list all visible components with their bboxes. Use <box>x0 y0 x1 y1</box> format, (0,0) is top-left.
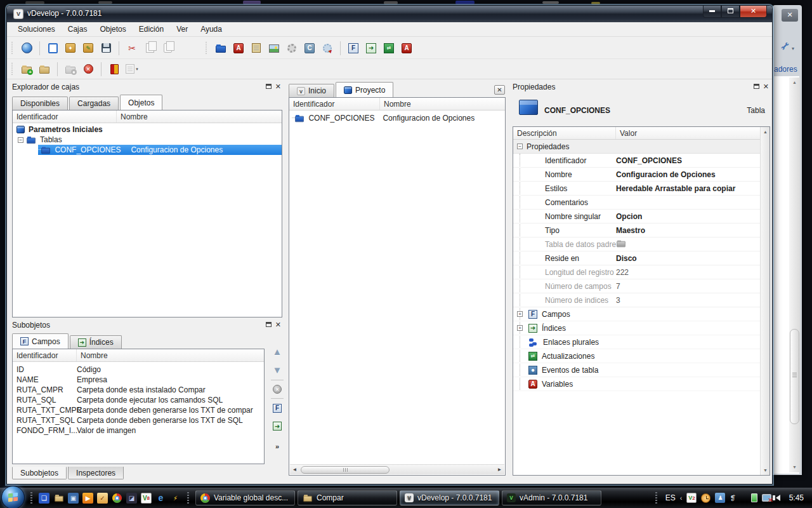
open-button[interactable]: ✦ <box>62 40 79 57</box>
column-header-identificador[interactable]: Identificador <box>13 349 77 361</box>
column-header-identificador[interactable]: Identificador <box>289 98 380 110</box>
field-row[interactable]: RUTA_CMPRCarpeta donde esta instalado Co… <box>13 385 264 395</box>
save-button[interactable] <box>97 40 115 57</box>
volume-icon[interactable] <box>776 495 780 501</box>
menu-soluciones[interactable]: Soluciones <box>12 23 61 36</box>
new-wizard-button[interactable] <box>318 40 336 57</box>
move-up-button[interactable]: ▲ <box>273 346 282 357</box>
diary-button[interactable] <box>105 61 123 77</box>
column-header-descripcion[interactable]: Descripción <box>513 127 616 139</box>
taskbar-grip[interactable] <box>655 492 657 504</box>
wireless-icon[interactable]: ❡ <box>730 494 735 502</box>
field-row[interactable]: RUTA_TXT_SQLCarpeta donde deben generars… <box>13 415 264 425</box>
collapse-toolbar-button[interactable]: » <box>275 442 279 451</box>
property-row[interactable]: NombreConfiguracion de Opciones <box>513 168 760 182</box>
toolbar-grip[interactable] <box>206 42 209 55</box>
property-row[interactable]: Tabla de datos padre <box>513 237 760 251</box>
taskbar-button-variable-global[interactable]: Variable global desc... <box>195 490 295 505</box>
velneo-icon[interactable]: V8 <box>141 493 152 504</box>
properties-group-row[interactable]: − Propiedades <box>513 140 760 154</box>
property-row[interactable]: TipoMaestro <box>513 224 760 237</box>
expand-expander-icon[interactable]: + <box>517 325 523 331</box>
scrollbar-thumb[interactable] <box>790 329 799 424</box>
bookmark-link[interactable]: adores <box>774 65 797 74</box>
internet-explorer-icon[interactable]: e <box>155 493 166 504</box>
taskbar-button-vadmin[interactable]: v vAdmin - 7.0.0.7181 <box>502 490 601 505</box>
scroll-down-icon[interactable]: ▼ <box>789 462 800 472</box>
taskbar-grip[interactable] <box>30 492 32 504</box>
tab-indices[interactable]: ➜ Índices <box>70 335 122 349</box>
cut-button[interactable]: ✂ <box>123 40 141 57</box>
new-button[interactable] <box>44 40 62 57</box>
float-panel-icon[interactable] <box>266 84 272 89</box>
new-image-button[interactable] <box>265 40 283 57</box>
collapse-expander-icon[interactable]: − <box>517 144 523 149</box>
close-panel-icon[interactable]: ✕ <box>275 321 281 328</box>
sync-clock-icon[interactable] <box>701 493 710 503</box>
clock[interactable]: 5:45 <box>789 493 804 502</box>
new-class-button[interactable]: C <box>301 40 318 57</box>
new-global-variable-button[interactable]: A <box>230 40 247 57</box>
scroll-left-icon[interactable]: ◄ <box>290 465 299 475</box>
new-field-button[interactable]: F <box>344 40 362 57</box>
property-row[interactable]: Número de indices3 <box>513 293 760 307</box>
menu-cajas[interactable]: Cajas <box>62 23 93 36</box>
tree-row-conf-opciones-selected[interactable]: ┈ CONF_OPCIONES Configuracion de Opcione… <box>38 145 282 155</box>
column-header-nombre[interactable]: Nombre <box>117 110 282 123</box>
new-form-button[interactable] <box>247 40 265 57</box>
title-bar[interactable]: v vDevelop - 7.0.0.7181 ✕ <box>7 6 772 22</box>
close-panel-icon[interactable]: ✕ <box>763 83 769 90</box>
new-update-button[interactable]: ⇄ <box>380 40 398 57</box>
language-indicator[interactable]: ES <box>665 493 676 502</box>
field-row[interactable]: NAMEEmpresa <box>13 375 264 385</box>
chrome-icon[interactable] <box>112 493 122 504</box>
toolbar-grip[interactable] <box>11 42 15 55</box>
scroll-down-icon[interactable]: ▼ <box>761 465 770 475</box>
organizer-icon[interactable]: ✓ <box>97 493 108 504</box>
section-variables[interactable]: A Variables <box>513 377 760 391</box>
menu-ayuda[interactable]: Ayuda <box>195 23 228 36</box>
tree-row-tablas[interactable]: − Tablas <box>13 135 282 145</box>
bottom-tab-inspectores[interactable]: Inspectores <box>68 467 124 479</box>
taskbar-grip[interactable] <box>187 492 189 504</box>
new-process-button[interactable] <box>283 40 301 57</box>
velneo-tray-icon[interactable]: V2 <box>686 493 697 503</box>
new-table-button[interactable] <box>212 40 230 57</box>
tab-campos[interactable]: F Campos <box>12 333 69 349</box>
tray-chevron-icon[interactable]: ‹ <box>680 494 683 502</box>
scrollbar-thumb[interactable] <box>301 466 390 474</box>
connect-button[interactable] <box>18 40 36 57</box>
column-header-nombre[interactable]: Nombre <box>380 98 505 110</box>
photoshop-icon[interactable]: ◪ <box>126 493 137 504</box>
workspace-row-conf-opciones[interactable]: ┈ CONF_OPCIONES Configuracion de Opcione… <box>289 113 505 123</box>
new-table-variable-button[interactable]: A <box>398 40 416 57</box>
menu-edicion[interactable]: Edición <box>133 23 169 36</box>
field-row[interactable]: FONDO_FRM_I...Valor de imangen <box>13 425 264 436</box>
messenger-icon[interactable]: ♟︎ <box>715 493 725 503</box>
taskbar-button-compar[interactable]: Compar <box>298 490 397 505</box>
scroll-up-icon[interactable]: ▲ <box>761 127 770 137</box>
scroll-right-icon[interactable]: ► <box>495 465 504 475</box>
property-row[interactable]: Nombre singularOpcion <box>513 210 760 224</box>
menu-ver[interactable]: Ver <box>171 23 193 36</box>
property-row[interactable]: Número de campos7 <box>513 279 760 293</box>
new-index-button[interactable]: ➜ <box>273 422 282 431</box>
new-field-button[interactable]: F <box>273 403 282 413</box>
tab-disponibles[interactable]: Disponibles <box>12 97 68 110</box>
field-row[interactable]: IDCódigo <box>13 364 264 375</box>
column-header-identificador[interactable]: Identificador <box>13 110 117 123</box>
bottom-tab-subobjetos[interactable]: Subobjetos <box>12 467 67 479</box>
open-box-button[interactable] <box>36 61 53 77</box>
field-row[interactable]: RUTA_SQLCarpeta donde ejecutar los caman… <box>13 395 264 405</box>
open-box-add-button[interactable]: + <box>18 61 36 77</box>
edit-button[interactable]: ✎ <box>79 40 97 57</box>
paste-button[interactable] <box>159 40 176 57</box>
column-header-nombre[interactable]: Nombre <box>77 349 264 361</box>
property-row[interactable]: EstilosHeredable Arrastable para copiar <box>513 182 760 196</box>
section-enlaces-plurales[interactable]: Enlaces plurales <box>513 335 760 349</box>
scroll-up-icon[interactable]: ▲ <box>789 77 800 88</box>
section-campos[interactable]: + F Campos <box>513 307 760 321</box>
section-actualizaciones[interactable]: ⇄ Actualizaciones <box>513 349 760 363</box>
expand-expander-icon[interactable]: + <box>517 311 523 317</box>
new-index-button[interactable]: ➜ <box>362 40 380 57</box>
